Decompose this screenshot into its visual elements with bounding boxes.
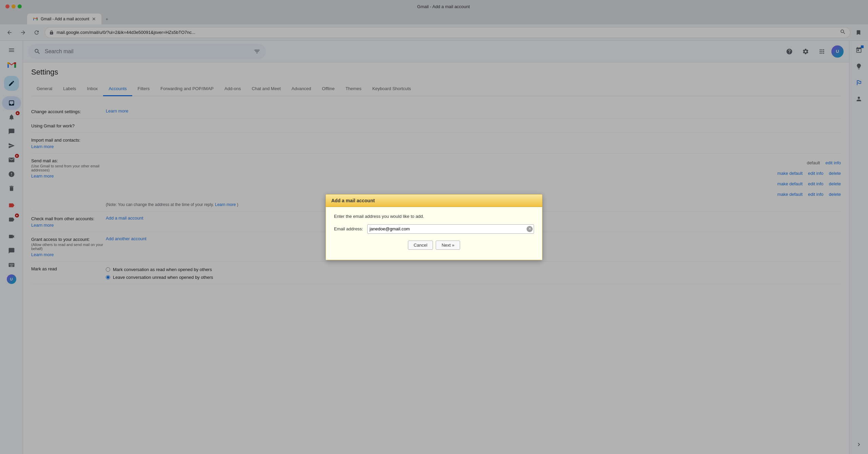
- next-button[interactable]: Next »: [436, 241, 460, 250]
- clear-input-icon[interactable]: ✕: [527, 226, 533, 232]
- dialog-buttons: Cancel Next »: [334, 241, 534, 250]
- add-mail-account-dialog: Add a mail account Enter the email addre…: [326, 194, 542, 260]
- cancel-button[interactable]: Cancel: [408, 241, 433, 250]
- dialog-form-row: Email address: ✕: [334, 224, 534, 234]
- dialog-body: Enter the email address you would like t…: [326, 207, 542, 260]
- dialog-title: Add a mail account: [326, 194, 542, 207]
- email-label: Email address:: [334, 226, 363, 231]
- email-input[interactable]: [367, 224, 534, 234]
- email-input-wrapper: ✕: [367, 224, 534, 234]
- dialog-subtitle: Enter the email address you would like t…: [334, 214, 534, 219]
- modal-overlay: Add a mail account Enter the email addre…: [0, 0, 868, 454]
